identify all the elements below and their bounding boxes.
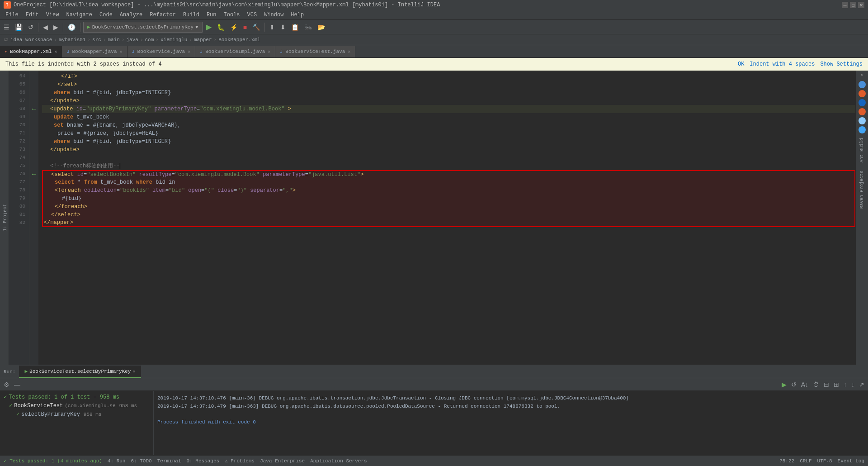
breadcrumb-main[interactable]: main	[108, 37, 119, 43]
status-encoding[interactable]: UTF-8	[817, 458, 832, 464]
tab-bookmapper-xml-close[interactable]: ✕	[54, 49, 57, 54]
status-line-ending[interactable]: CRLF	[800, 458, 811, 464]
menu-tools[interactable]: Tools	[220, 11, 244, 19]
breadcrumb-xieminglu[interactable]: xieminglu	[160, 37, 187, 43]
ant-build-panel[interactable]: Ant Build	[858, 134, 866, 166]
rerun-btn[interactable]: ▶	[780, 380, 788, 389]
tab-bookmapper-java[interactable]: J BookMapper.java ✕	[62, 46, 127, 57]
git-update-button[interactable]: ⬇	[278, 22, 288, 33]
code-content[interactable]: </if> </set> where bid = #{bid, jdbcType…	[38, 71, 855, 365]
tab-bookservicetest-java-close[interactable]: ✕	[348, 49, 350, 54]
sidebar-project-tab[interactable]: 1: Project	[2, 199, 9, 237]
edge-icon[interactable]	[859, 126, 866, 133]
up-btn[interactable]: ↑	[842, 380, 849, 389]
firefox-icon[interactable]	[859, 90, 866, 97]
breadcrumb-idea-workspace[interactable]: idea workspace	[10, 37, 52, 43]
tab-bookservice-java-close[interactable]: ✕	[188, 49, 190, 54]
bottom-settings-btn[interactable]: ⚙	[2, 380, 11, 389]
breadcrumb-mapper[interactable]: mapper	[194, 37, 212, 43]
maven-projects-panel[interactable]: Maven Projects	[858, 167, 866, 212]
stop-button[interactable]: ■	[241, 22, 249, 33]
toolbar-back-btn[interactable]: ◀	[41, 22, 50, 33]
notification-show-settings-link[interactable]: Show Settings	[820, 61, 863, 67]
bottom-tab-run[interactable]: ▶ BookServiceTest.selectByPrimaryKey ✕	[19, 366, 141, 378]
menu-edit[interactable]: Edit	[22, 11, 42, 19]
breadcrumb-src[interactable]: src	[92, 37, 101, 43]
rerun-failed-btn[interactable]: ↺	[789, 380, 798, 389]
status-terminal[interactable]: Terminal	[157, 458, 181, 464]
status-app-servers[interactable]: Application Servers	[310, 458, 367, 464]
breadcrumb-com[interactable]: com	[145, 37, 154, 43]
gutter-77	[29, 178, 38, 186]
git-history-button[interactable]: 📋	[289, 22, 301, 33]
menu-code[interactable]: Code	[96, 11, 116, 19]
menu-navigate[interactable]: Navigate	[62, 11, 96, 19]
close-button[interactable]: ✕	[858, 2, 864, 8]
toolbar-forward-btn[interactable]: ▶	[52, 22, 60, 33]
run-ant-button[interactable]: 🐜	[302, 22, 314, 33]
run-tab-close[interactable]: ✕	[132, 369, 135, 374]
toolbar-sync-btn[interactable]: ↺	[26, 22, 35, 33]
status-event-log[interactable]: Event Log	[838, 458, 864, 464]
menu-run[interactable]: Run	[203, 11, 220, 19]
toolbar-recent-btn[interactable]: 🕐	[66, 22, 77, 33]
coverage-button[interactable]: ⚡	[228, 22, 240, 33]
toolbar-project-btn[interactable]: ☰	[2, 22, 11, 33]
status-6-todo[interactable]: 6: TODO	[131, 458, 151, 464]
opera-icon[interactable]	[859, 108, 866, 115]
breadcrumb-mybatis01[interactable]: mybatis01	[59, 37, 85, 43]
gutter-78	[29, 186, 38, 195]
menu-file[interactable]: File	[2, 11, 22, 19]
sort-duration-btn[interactable]: ⏱	[811, 380, 821, 389]
sort-alpha-btn[interactable]: A↓	[799, 380, 810, 389]
bottom-minimize-btn[interactable]: —	[12, 380, 22, 389]
debug-button[interactable]: 🐛	[215, 22, 226, 33]
console-output: 2019-10-17 14:37:10.476 [main-36] DEBUG …	[154, 391, 868, 455]
menu-view[interactable]: View	[42, 11, 63, 19]
expand-btn[interactable]: ⊞	[832, 380, 841, 389]
git-button[interactable]: ⬆	[268, 22, 277, 33]
tab-bookmapper-java-close[interactable]: ✕	[120, 49, 123, 54]
status-0-messages[interactable]: 0: Messages	[187, 458, 220, 464]
tab-bookserviceimpl-java[interactable]: J BookServiceImpl.java ✕	[195, 46, 275, 57]
tab-bookservicetest-java[interactable]: J BookServiceTest.java ✕	[275, 46, 355, 57]
export-btn[interactable]: ↗	[857, 380, 866, 389]
menu-build[interactable]: Build	[179, 11, 203, 19]
toolbar-extra1[interactable]: 📂	[316, 22, 327, 33]
menu-analyze[interactable]: Analyze	[116, 11, 146, 19]
status-tests[interactable]: ✓ Tests passed: 1 (4 minutes ago)	[4, 458, 102, 464]
menu-help[interactable]: Help	[287, 11, 307, 19]
status-line-col[interactable]: 75:22	[779, 458, 794, 464]
minimize-button[interactable]: ─	[842, 2, 848, 8]
ie-icon[interactable]	[859, 99, 866, 106]
maximize-button[interactable]: □	[850, 2, 856, 8]
tab-bookmapper-java-label: BookMapper.java	[72, 49, 117, 54]
collapse-btn[interactable]: ⊟	[822, 380, 831, 389]
tab-bookservice-java[interactable]: J BookService.java ✕	[127, 46, 196, 57]
test-method-name: selectByPrimaryKey	[21, 411, 80, 418]
menu-window[interactable]: Window	[260, 11, 287, 19]
status-problems[interactable]: ⚠ Problems	[225, 458, 255, 464]
tab-bookserviceimpl-java-close[interactable]: ✕	[268, 49, 270, 54]
java-file-icon-3: J	[200, 49, 203, 54]
test-class-item[interactable]: ✓ BookServiceTest (com.xieminglu.se 958 …	[2, 401, 151, 410]
test-method-item[interactable]: ✓ selectByPrimaryKey 958 ms	[2, 410, 151, 418]
menu-vcs[interactable]: VCS	[244, 11, 261, 19]
run-button[interactable]: ▶	[204, 22, 213, 33]
toolbar-save-btn[interactable]: 💾	[13, 22, 24, 33]
menu-refactor[interactable]: Refactor	[146, 11, 179, 19]
run-config-selector[interactable]: ▶ BookServiceTest.selectByPrimaryKey ▼	[83, 22, 203, 33]
notification-indent-link[interactable]: Indent with 4 spaces	[750, 61, 815, 67]
status-java-enterprise[interactable]: Java Enterprise	[260, 458, 305, 464]
breadcrumb-bookmapper-xml[interactable]: BookMapper.xml	[218, 37, 260, 43]
app-icon: I	[4, 1, 11, 9]
tab-bookmapper-xml[interactable]: ✦ BookMapper.xml ✕	[0, 46, 62, 57]
build-button[interactable]: 🔨	[250, 22, 262, 33]
chrome-icon[interactable]	[859, 81, 866, 88]
status-4-run[interactable]: 4: Run	[108, 458, 126, 464]
breadcrumb-java[interactable]: java	[127, 37, 138, 43]
safari-icon[interactable]	[859, 117, 866, 124]
sidebar-structure-tab[interactable]: Z: Structure	[0, 196, 2, 239]
notification-ok-link[interactable]: OK	[738, 61, 744, 67]
down-btn[interactable]: ↓	[849, 380, 856, 389]
